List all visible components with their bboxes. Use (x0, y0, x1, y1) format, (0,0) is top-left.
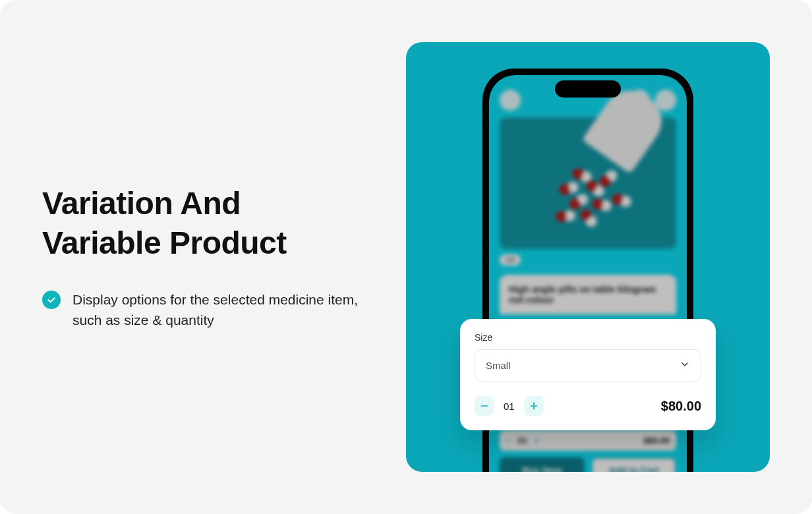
feature-bullet: Display options for the selected medicin… (42, 289, 380, 331)
increment-button[interactable] (524, 396, 544, 416)
slide-heading: Variation And Variable Product (42, 184, 380, 263)
bg-price: $80.00 (643, 436, 670, 445)
heading-line-2: Variable Product (42, 225, 287, 260)
add-to-cart-button[interactable]: Add to Cart (591, 457, 676, 472)
bullet-text: Display options for the selected medicin… (72, 289, 380, 331)
bg-minus-icon[interactable]: − (506, 436, 511, 445)
back-button[interactable] (500, 90, 521, 111)
buy-now-button[interactable]: Buy Now (500, 457, 585, 472)
quantity-value: 01 (504, 401, 515, 412)
product-title: High angle pills on table kilogram red c… (509, 284, 667, 305)
decrement-button[interactable] (475, 396, 494, 416)
bg-qty-value: 01 (518, 436, 527, 445)
bg-qty-stepper: − 01 + (506, 436, 539, 445)
quantity-stepper: 01 (475, 396, 544, 416)
size-select[interactable]: Small (475, 349, 701, 382)
phone-notch (555, 80, 621, 98)
qty-price-row: 01 $80.00 (475, 396, 701, 416)
bg-qty-price-row: − 01 + $80.00 (500, 430, 676, 451)
image-counter-chip: 1/4 (500, 254, 521, 266)
feature-slide: Variation And Variable Product Display o… (0, 0, 812, 514)
product-image (500, 117, 676, 249)
size-selected-value: Small (486, 360, 511, 371)
device-showcase: 1/4 High angle pills on table kilogram r… (406, 42, 770, 472)
pills-graphic (552, 163, 645, 236)
bg-plus-icon[interactable]: + (534, 436, 539, 445)
chevron-down-icon (680, 359, 690, 372)
text-column: Variation And Variable Product Display o… (0, 184, 406, 331)
price-value: $80.00 (661, 399, 701, 414)
heading-line-1: Variation And (42, 186, 241, 221)
size-field-label: Size (475, 332, 701, 343)
check-icon (42, 291, 61, 309)
product-actions: − 01 + $80.00 Buy Now Add to Cart (500, 430, 676, 472)
product-info-panel: High angle pills on table kilogram red c… (500, 275, 676, 314)
variation-card: Size Small 01 $80.00 (460, 319, 716, 430)
